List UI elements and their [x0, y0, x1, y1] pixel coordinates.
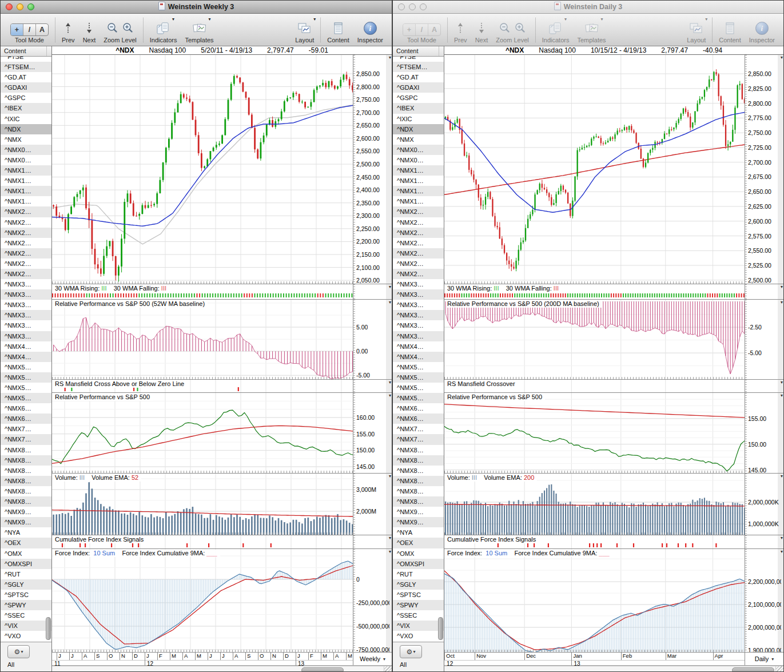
periodicity-select[interactable]: Daily▾: [745, 653, 783, 665]
sidebar-item[interactable]: ^NMX1…: [393, 176, 444, 186]
sidebar-item[interactable]: ^NMX5…: [1, 362, 51, 372]
sidebar-item[interactable]: ^NMX0…: [393, 145, 444, 155]
panel-menu-arrow[interactable]: ▾: [781, 300, 783, 305]
sidebar-item[interactable]: ^IBEX: [393, 103, 444, 113]
tool-mode-control[interactable]: + / A: [403, 23, 441, 36]
sidebar-item[interactable]: ^NMX3…: [1, 300, 51, 310]
panel-rp-hist[interactable]: 5.000.00-5.00▾Relative Performance vs S&…: [52, 300, 392, 380]
sidebar-item[interactable]: ^OEX: [393, 538, 444, 548]
sidebar-item[interactable]: ^NMX2…: [393, 238, 444, 248]
action-gear-button[interactable]: ⚙▾: [7, 645, 30, 658]
sidebar-item[interactable]: ^SGLY: [393, 579, 444, 590]
text-tool-button[interactable]: A: [428, 24, 440, 35]
panel-menu-arrow[interactable]: ▾: [781, 535, 783, 540]
sidebar-item[interactable]: ^NMX0…: [1, 155, 51, 165]
sidebar-item[interactable]: ^NMX8…: [393, 476, 444, 486]
sidebar-item[interactable]: ^NMX2…: [393, 228, 444, 238]
sidebar-item[interactable]: ^VIX: [393, 621, 444, 631]
sidebar-item[interactable]: ^OMXSPI: [393, 559, 444, 569]
content-button[interactable]: Content: [715, 17, 745, 46]
sidebar-item[interactable]: ^NMX2…: [1, 217, 51, 228]
panel-volume[interactable]: 2,000,000K1,000,000K▾Volume: III Volume …: [444, 474, 783, 535]
symbol-list[interactable]: ^FTSE^FTSEM…^GD.AT^GDAXI^GSPC^IBEX^IXIC^…: [393, 57, 444, 642]
sidebar-item[interactable]: ^NMX3…: [393, 300, 444, 310]
sidebar-item[interactable]: ^NMX9…: [393, 517, 444, 527]
sidebar-item[interactable]: ^NMX7…: [393, 434, 444, 444]
sidebar-item[interactable]: ^NDX: [393, 124, 444, 134]
prev-button[interactable]: Prev: [450, 17, 471, 46]
sidebar-item[interactable]: ^NMX8…: [1, 476, 51, 486]
panel-rp-hist[interactable]: -2.50-5.00▾Relative Performance vs S&P 5…: [444, 300, 783, 380]
sidebar-item[interactable]: ^GSPC: [1, 93, 51, 103]
scrollbar-thumb[interactable]: [301, 667, 344, 672]
panel-force[interactable]: 0-250,000,000-500,000,000-750,000,000▾Fo…: [52, 549, 392, 653]
sidebar-item[interactable]: ^NMX8…: [393, 455, 444, 466]
sidebar-item[interactable]: ^FTSE: [393, 57, 444, 62]
sidebar-item[interactable]: ^RUT: [393, 569, 444, 579]
sidebar-item[interactable]: ^NDX: [1, 124, 51, 134]
sidebar-item[interactable]: ^SPWY: [393, 600, 444, 610]
sidebar-item[interactable]: ^GDAXI: [1, 82, 51, 93]
panel-cfi[interactable]: ▾Cumulative Force Index Signals: [52, 535, 392, 549]
layout-button[interactable]: ▾ Layout: [683, 17, 710, 46]
zoom-out-icon[interactable]: [106, 22, 118, 34]
sidebar-item[interactable]: ^NMX3…: [393, 279, 444, 289]
sidebar-item[interactable]: ^NYA: [393, 527, 444, 538]
panel-menu-arrow[interactable]: ▾: [781, 55, 783, 60]
inspector-button[interactable]: i Inspector: [745, 17, 779, 46]
sidebar-item[interactable]: ^NMX2…: [393, 206, 444, 217]
sidebar-item[interactable]: ^NMX5…: [393, 372, 444, 383]
panel-menu-arrow[interactable]: ▾: [389, 55, 391, 60]
close-button[interactable]: [398, 3, 405, 10]
sidebar-item[interactable]: ^VXO: [393, 631, 444, 641]
panel-volume[interactable]: 3,000M2,000M▾Volume: III Volume EMA: 52: [52, 474, 392, 535]
sidebar-item[interactable]: ^SPTSC: [1, 590, 51, 600]
zoom-in-icon[interactable]: [514, 22, 526, 34]
sidebar-item[interactable]: ^NMX7…: [1, 434, 51, 444]
panel-menu-arrow[interactable]: ▾: [781, 284, 783, 289]
panel-menu-arrow[interactable]: ▾: [781, 393, 783, 398]
panel-price[interactable]: 2,850.002,825.002,800.002,775.002,750.00…: [444, 55, 783, 284]
sidebar-item[interactable]: ^NMX3…: [393, 320, 444, 331]
sidebar-item[interactable]: ^NMX1…: [1, 165, 51, 176]
prev-button[interactable]: Prev: [58, 17, 79, 46]
sidebar-item[interactable]: ^NYA: [1, 527, 51, 538]
sidebar-item[interactable]: ^NMX: [1, 134, 51, 145]
sidebar-item[interactable]: ^IXIC: [1, 114, 51, 124]
sidebar-item[interactable]: ^SGLY: [1, 579, 51, 590]
sidebar-item[interactable]: ^GD.AT: [1, 72, 51, 82]
sidebar-item[interactable]: ^NMX2…: [393, 248, 444, 259]
sidebar-item[interactable]: ^OEX: [1, 538, 51, 548]
sidebar-item[interactable]: ^NMX5…: [393, 362, 444, 372]
move-tool-button[interactable]: +: [11, 24, 23, 35]
panel-menu-arrow[interactable]: ▾: [389, 549, 391, 554]
inspector-button[interactable]: i Inspector: [353, 17, 387, 46]
zoom-in-icon[interactable]: [122, 22, 134, 34]
panel-mansfield[interactable]: ▾RS Mansfield Cross Above or Below Zero …: [52, 380, 392, 393]
sidebar-item[interactable]: ^NMX4…: [1, 352, 51, 362]
sidebar-item[interactable]: ^NMX3…: [1, 310, 51, 320]
resize-grip-icon[interactable]: [384, 666, 392, 672]
sidebar-item[interactable]: ^NMX3…: [1, 279, 51, 289]
sidebar-item[interactable]: ^NMX8…: [393, 466, 444, 476]
sidebar-item[interactable]: ^NMX4…: [1, 341, 51, 352]
tool-mode-control[interactable]: + / A: [10, 23, 49, 36]
sidebar-item[interactable]: ^NMX1…: [1, 176, 51, 186]
periodicity-select[interactable]: Weekly▾: [353, 653, 392, 665]
sidebar-item[interactable]: ^FTSEM…: [1, 62, 51, 72]
sidebar-item[interactable]: ^NMX3…: [393, 289, 444, 300]
indicators-button[interactable]: ▾ Indicators: [146, 17, 181, 46]
sidebar-item[interactable]: ^SPTSC: [393, 590, 444, 600]
sidebar-item[interactable]: ^OMX: [393, 548, 444, 559]
action-gear-button[interactable]: ⚙▾: [400, 645, 422, 658]
content-button[interactable]: Content: [323, 17, 353, 46]
panel-mansfield[interactable]: ▾RS Mansfield Crossover: [444, 380, 783, 393]
panel-cfi[interactable]: ▾Cumulative Force Index Signals: [444, 535, 783, 549]
horizontal-scrollbar[interactable]: [444, 666, 783, 672]
sidebar-item[interactable]: ^NMX8…: [393, 486, 444, 496]
sidebar-item[interactable]: ^NMX3…: [1, 331, 51, 341]
sidebar-item[interactable]: ^NMX1…: [1, 186, 51, 196]
line-tool-button[interactable]: /: [416, 24, 428, 35]
sidebar-item[interactable]: ^IBEX: [1, 103, 51, 113]
sidebar-item[interactable]: ^NMX3…: [393, 310, 444, 320]
